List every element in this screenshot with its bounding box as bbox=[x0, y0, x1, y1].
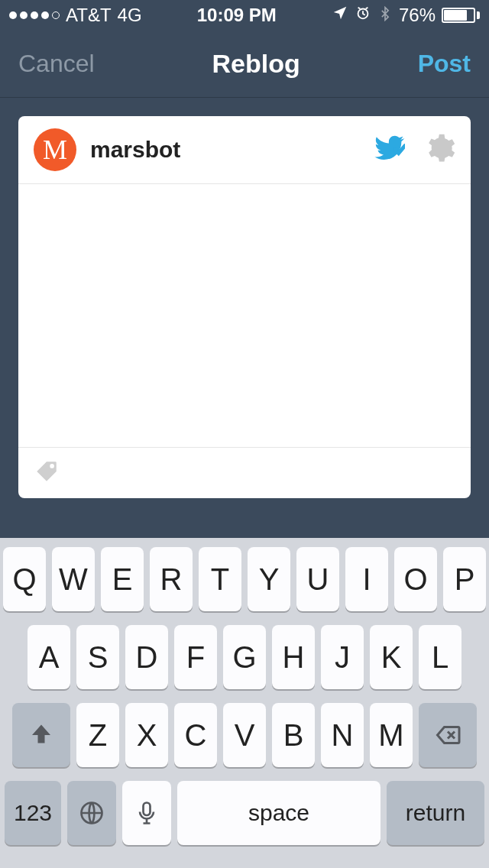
battery-pct: 76% bbox=[399, 5, 436, 26]
key-p[interactable]: P bbox=[443, 547, 486, 611]
location-icon bbox=[332, 5, 348, 26]
key-x[interactable]: X bbox=[125, 703, 168, 767]
compose-body[interactable] bbox=[18, 183, 471, 448]
key-n[interactable]: N bbox=[321, 703, 364, 767]
keyboard-row-4: 123 space return bbox=[5, 781, 484, 845]
compose-footer bbox=[18, 448, 471, 498]
compose-header: M marsbot bbox=[18, 116, 471, 183]
username-label[interactable]: marsbot bbox=[90, 137, 361, 163]
status-left: AT&T 4G bbox=[9, 5, 142, 26]
status-right: 76% bbox=[332, 5, 480, 26]
key-a[interactable]: A bbox=[28, 625, 70, 689]
key-globe[interactable] bbox=[67, 781, 116, 845]
key-r[interactable]: R bbox=[150, 547, 193, 611]
key-v[interactable]: V bbox=[223, 703, 266, 767]
key-d[interactable]: D bbox=[125, 625, 168, 689]
key-o[interactable]: O bbox=[394, 547, 437, 611]
key-mic[interactable] bbox=[122, 781, 171, 845]
key-j[interactable]: J bbox=[321, 625, 364, 689]
key-u[interactable]: U bbox=[296, 547, 339, 611]
compose-area: M marsbot bbox=[0, 98, 489, 517]
keyboard: Q W E R T Y U I O P A S D F G H J K L Z … bbox=[0, 538, 489, 868]
nav-bar: Cancel Reblog Post bbox=[0, 31, 489, 98]
key-return[interactable]: return bbox=[387, 781, 484, 845]
status-time: 10:09 PM bbox=[197, 5, 277, 26]
keyboard-row-3: Z X C V B N M bbox=[5, 703, 484, 767]
compose-card: M marsbot bbox=[18, 116, 471, 498]
carrier-label: AT&T bbox=[66, 5, 112, 26]
key-f[interactable]: F bbox=[174, 625, 217, 689]
signal-dots bbox=[9, 11, 60, 19]
key-g[interactable]: G bbox=[223, 625, 266, 689]
svg-rect-2 bbox=[144, 803, 151, 816]
key-shift[interactable] bbox=[12, 703, 70, 767]
status-bar: AT&T 4G 10:09 PM 76% bbox=[0, 0, 489, 31]
network-label: 4G bbox=[118, 5, 142, 26]
key-123[interactable]: 123 bbox=[5, 781, 61, 845]
page-title: Reblog bbox=[212, 49, 300, 79]
battery-icon bbox=[442, 8, 480, 23]
keyboard-row-2: A S D F G H J K L bbox=[5, 625, 484, 689]
gear-icon[interactable] bbox=[425, 133, 455, 167]
avatar[interactable]: M bbox=[34, 128, 76, 171]
key-w[interactable]: W bbox=[52, 547, 95, 611]
key-z[interactable]: Z bbox=[76, 703, 119, 767]
key-q[interactable]: Q bbox=[3, 547, 46, 611]
key-backspace[interactable] bbox=[419, 703, 477, 767]
alarm-icon bbox=[355, 5, 371, 26]
twitter-share-icon[interactable] bbox=[374, 133, 405, 167]
bluetooth-icon bbox=[377, 5, 393, 26]
key-t[interactable]: T bbox=[199, 547, 241, 611]
key-c[interactable]: C bbox=[174, 703, 217, 767]
key-h[interactable]: H bbox=[272, 625, 315, 689]
post-button[interactable]: Post bbox=[418, 50, 471, 78]
key-s[interactable]: S bbox=[76, 625, 119, 689]
keyboard-row-1: Q W E R T Y U I O P bbox=[5, 547, 484, 611]
tag-icon[interactable] bbox=[34, 458, 60, 487]
key-i[interactable]: I bbox=[345, 547, 388, 611]
key-b[interactable]: B bbox=[272, 703, 315, 767]
key-space[interactable]: space bbox=[177, 781, 381, 845]
cancel-button[interactable]: Cancel bbox=[18, 50, 95, 78]
key-e[interactable]: E bbox=[101, 547, 144, 611]
key-l[interactable]: L bbox=[419, 625, 461, 689]
key-y[interactable]: Y bbox=[248, 547, 290, 611]
compose-textarea[interactable] bbox=[34, 196, 455, 435]
key-m[interactable]: M bbox=[370, 703, 413, 767]
key-k[interactable]: K bbox=[370, 625, 413, 689]
